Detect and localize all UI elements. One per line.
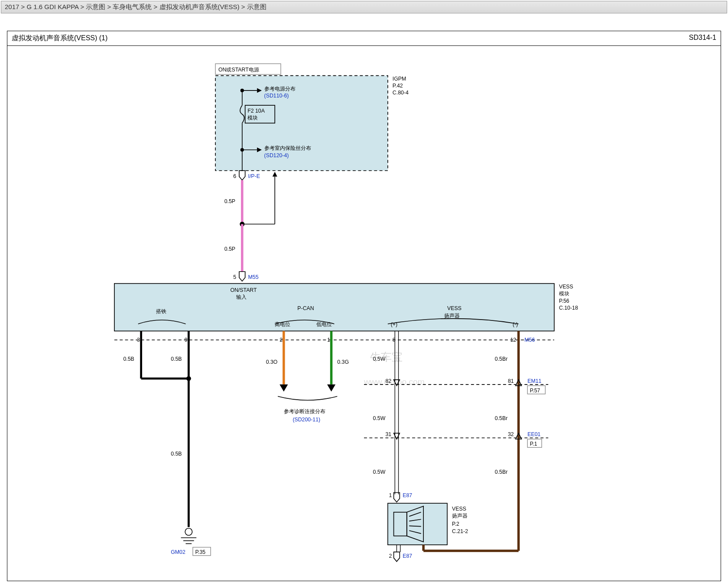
ee01-label: EE01 [527,431,540,437]
em11-pl: 82 [385,378,391,384]
wire-b05a: 0.5B [123,356,134,362]
em11-page: P.57 [530,388,540,394]
wiring-diagram-svg: ON或START电源 参考电源分布 (SD110-6) F2 10A 模块 参考… [7,46,721,581]
spk-name: VESS [452,506,466,512]
vess-spk: VESS [447,305,462,311]
wire-o03: 0.3O [266,359,278,365]
ee01-pl: 31 [385,431,391,437]
igpm-conn: C.80-4 [393,90,409,96]
conn-e87-bot-icon [394,552,400,562]
gm02: GM02 [171,549,185,555]
m56: M56 [524,337,535,343]
igpm-ref1-code: (SD110-6) [264,93,289,99]
pcan-lo: 低电位 [316,321,332,327]
diagram-body: ON或START电源 参考电源分布 (SD110-6) F2 10A 模块 参考… [7,46,721,581]
vess-page: P.56 [559,298,569,304]
igpm-ref2-code: (SD120-4) [264,152,289,158]
diagram-container: 虚拟发动机声音系统(VESS) (1) SD314-1 ON或START电源 参… [7,31,721,581]
watermark-2: www.ncboo.com [364,377,425,386]
igpm-ref2: 参考室内保险丝分布 [264,145,311,151]
pin2: 2 [280,337,283,343]
pin-ipe: 6 [233,173,236,179]
e87-pin2: 2 [389,553,392,559]
plus: (+) [391,321,397,327]
wire-br05b: 0.5Br [495,415,507,421]
wire-b05b: 0.5B [171,356,182,362]
vess-name: VESS [559,284,573,290]
connector-m55-icon [239,272,245,281]
connector-ipe-icon [239,171,245,180]
igpm-page: P.42 [393,83,403,89]
power-label: ON或START电源 [218,67,259,73]
e87-label1: E87 [403,492,412,498]
pin3: 3 [137,337,140,343]
igpm-name: IGPM [393,76,406,82]
wire-w05c: 0.5W [373,469,386,475]
ee01-pr: 32 [508,431,514,437]
ground-icon [185,528,192,535]
arrow-green [327,385,335,391]
vess-name-sub: 模块 [559,291,569,297]
fuse-sub: 模块 [247,115,258,121]
wire-05p-b: 0.5P [224,246,235,252]
onstart: ON/START [230,287,257,293]
ee01-page: P.1 [530,441,537,447]
arrow-loop [273,172,277,177]
pin-m55: 5 [233,274,236,280]
arrow-orange [280,385,288,391]
e87-label2: E87 [403,553,412,559]
ground-label: 搭铁 [156,308,166,314]
onstart-sub: 输入 [236,294,247,300]
breadcrumb: 2017 > G 1.6 GDI KAPPA > 示意图 > 车身电气系统 > … [1,1,727,13]
pin9: 9 [185,337,188,343]
wire-05p-a: 0.5P [224,198,235,204]
e87-pin1: 1 [389,492,392,498]
igpm-ref1: 参考电源分布 [264,86,296,92]
em11-pr: 81 [508,378,514,384]
pcan-label: P-CAN [297,305,314,311]
diagram-title: 虚拟发动机声音系统(VESS) (1) [12,34,107,43]
wire-br05a: 0.5Br [495,356,507,362]
wire-w05b: 0.5W [373,415,386,421]
wire-w05a: 0.5W [373,356,386,362]
fuse-label: F2 10A [247,108,265,114]
label-m55: M55 [248,274,259,280]
diagram-code: SD314-1 [689,34,716,43]
ground-page: P.35 [195,549,205,555]
minus: (-) [513,321,518,327]
svg-rect-17 [388,503,447,545]
wire-g03: 0.3G [337,359,349,365]
spk-page: P.2 [452,521,459,527]
diag-label: 参考诊断连接分布 [284,408,325,414]
wire-b05c: 0.5B [171,451,182,457]
pin12: 12 [510,337,516,343]
spk-name-sub: 扬声器 [452,513,468,519]
label-ipe: I/P-E [248,173,260,179]
pcan-hi: 高电位 [275,321,290,327]
pin1: 1 [327,337,330,343]
diagram-header: 虚拟发动机声音系统(VESS) (1) SD314-1 [7,31,721,46]
spk-conn: C.21-2 [452,528,468,534]
vess-conn: C.10-18 [559,305,578,311]
diag-code: (SD200-11) [292,417,320,423]
vess-spk-sub: 扬声器 [444,313,460,319]
wire-br05c: 0.5Br [495,469,507,475]
em11-label: EM11 [527,378,541,384]
